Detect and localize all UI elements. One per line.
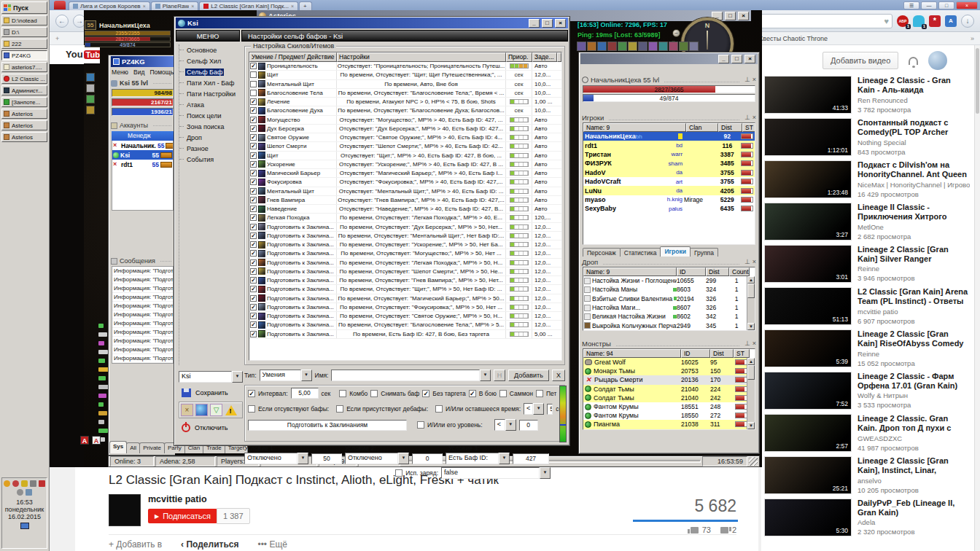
close-button[interactable]: × — [956, 1, 978, 9]
table-row[interactable]: ✓Шепот СмертиОтсувствует: "Шепот Смерти;… — [249, 142, 561, 151]
shield-icon[interactable]: × — [181, 404, 193, 416]
name-select[interactable]: ▼ — [331, 370, 491, 381]
ksi-menu-item[interactable]: Сельф Хил — [179, 55, 241, 66]
row-checkbox[interactable]: ✓ — [250, 331, 257, 337]
row-checkbox[interactable]: ✓ — [250, 152, 257, 159]
column-header[interactable]: Dist — [718, 123, 742, 132]
drop-row[interactable]: Настойка Маны86033241 — [583, 285, 755, 294]
table-row[interactable]: ✓Подготовить к Заклина...По времени, Отс… — [249, 321, 561, 329]
taskbar-item[interactable]: [Занпоте... — [1, 97, 47, 107]
related-video[interactable]: 3:01Lineage 2 Classic [Gran Kain] Silver… — [764, 245, 970, 283]
player-row[interactable]: ФИЗРУКsham3485 — [583, 159, 755, 168]
related-video[interactable]: 25:21Lineage 2 Classic [Gran Kain], Inst… — [764, 456, 970, 494]
table-row[interactable]: ✓Подготовить к Заклина...По времени, Отс… — [249, 294, 561, 303]
table-row[interactable]: ✓Подготовить к Заклина...По времени, Отс… — [249, 267, 561, 276]
level-field[interactable]: 0 — [519, 420, 538, 431]
monsters-header[interactable]: Монстры ⊥ × — [580, 338, 758, 348]
message-row[interactable]: Информация: "Подгот — [112, 319, 173, 328]
ksi-titlebar[interactable]: Ksi _ □ × — [176, 17, 568, 28]
ksi-menu-item[interactable]: Атака — [179, 99, 241, 110]
level-op[interactable]: <▼ — [494, 419, 516, 431]
monsters-scrollbar[interactable]: ▲▼ — [747, 358, 755, 429]
monster-row[interactable]: ✕Рыцарь Смерти20136170 — [583, 375, 755, 384]
info-tab[interactable]: Статистика — [620, 248, 661, 257]
column-header[interactable]: Name: 9 — [583, 123, 686, 132]
notifications-bell-icon[interactable] — [909, 57, 918, 65]
desktop-icon[interactable] — [20, 523, 29, 529]
add-to-button[interactable]: + Добавить в — [109, 539, 162, 550]
row-checkbox[interactable]: ✓ — [250, 241, 257, 248]
download-icon[interactable]: ↓ — [961, 15, 974, 28]
taskbar-item[interactable]: Asterios — [1, 132, 47, 142]
tray-icon[interactable] — [21, 480, 28, 487]
tray-icon[interactable] — [39, 480, 45, 487]
bookmarks-overflow-icon[interactable]: » — [971, 35, 974, 42]
message-row[interactable]: Информация: "Подгот — [112, 293, 173, 302]
back-icon[interactable]: ← — [55, 15, 69, 28]
priority-gradient[interactable] — [559, 386, 567, 442]
ksi-menu-item[interactable]: События — [179, 154, 241, 165]
column-header[interactable]: Dist — [710, 349, 734, 358]
column-header[interactable]: ID — [681, 349, 710, 358]
message-row[interactable]: Информация: "Подгот — [112, 328, 173, 337]
maximize-button[interactable]: □ — [542, 19, 553, 28]
message-row[interactable]: Информация: "Подгот — [112, 267, 173, 276]
ksi-menu-item[interactable]: Зона поиска — [179, 121, 241, 132]
table-row[interactable]: ЩитПо времени, Отсувствует: "Щит; Щит Пу… — [249, 71, 561, 79]
cond3-select[interactable]: Есть Баф ID:▼ — [446, 453, 510, 464]
skill-name-field[interactable]: Подготовить к Заклинаниям — [248, 420, 407, 431]
video-title[interactable]: Lineage 2 Classic - Фарм Орфена 17.01 (G… — [858, 372, 970, 390]
info-tab[interactable]: Персонаж — [583, 248, 621, 257]
row-checkbox[interactable] — [250, 90, 257, 96]
pin-icon[interactable]: ⊥ — [744, 258, 750, 265]
related-video[interactable]: 51:13L2 Classic [Gran Kain] Arena Team (… — [764, 287, 970, 325]
drop-row[interactable]: Настойка Жизни - Поглощение106552991 — [583, 276, 755, 285]
account-row[interactable]: ×Начальник.55 — [112, 141, 173, 150]
remaining-field[interactable]: 5 — [547, 404, 553, 415]
row-checkbox[interactable]: ✓ — [250, 268, 257, 275]
potion-icon[interactable]: ▽ — [210, 404, 222, 416]
table-row[interactable]: Благословение ТелаПо времени, Отсувствуе… — [249, 89, 561, 98]
cond1-field[interactable]: 50 — [311, 453, 342, 464]
maximize-button[interactable]: □ — [725, 12, 736, 20]
compass-minus-icon[interactable]: − — [672, 29, 680, 37]
row-checkbox[interactable] — [250, 81, 257, 87]
table-row[interactable]: ✓Подготовить к Заклина...По времени, Отс… — [249, 276, 561, 285]
interval-field[interactable]: 5,00 — [291, 388, 319, 399]
row-checkbox[interactable]: ✓ — [250, 143, 257, 149]
column-header[interactable]: Настройки — [337, 52, 506, 62]
related-video[interactable]: 3:27Lineage II Classic - Приключения Хит… — [764, 203, 970, 241]
video-title[interactable]: DailyPvP_Feb (Lineage II, Gran Kain) — [858, 499, 970, 517]
table-row[interactable]: ✓Магический БарьерОтсувствует: "Магическ… — [249, 169, 561, 178]
row-checkbox[interactable]: ✓ — [250, 63, 257, 69]
ksi-menu-item[interactable]: Поиск цели — [179, 110, 241, 121]
table-row[interactable]: ✓ЩитОтсувствует: "Щит;", MP% > 40, Есть … — [249, 152, 561, 160]
incombat-checkbox[interactable]: ✓ — [469, 390, 476, 397]
row-checkbox[interactable]: ✓ — [250, 232, 257, 239]
target-header[interactable]: НачальникЦеха 55 lvl ⊥ × — [580, 74, 758, 85]
column-header[interactable]: Умение / Предмет/ Действие — [249, 52, 337, 62]
tab-close-icon[interactable]: × — [291, 4, 294, 9]
taskbar-item[interactable]: asterios7.... — [1, 62, 47, 72]
table-row[interactable]: ✓Дух БерсеркаОтсувствует: "Дух Берсерка;… — [249, 125, 561, 133]
bookmark-item[interactable]: liКвесты Chaotic Throne — [750, 35, 828, 42]
ksi-menu-item[interactable]: Основное — [179, 44, 241, 55]
accounts-column-header[interactable]: Менедж — [112, 131, 174, 141]
row-checkbox[interactable]: ✓ — [250, 98, 257, 105]
tab-close-icon[interactable]: × — [191, 4, 194, 9]
row-checkbox[interactable]: ✓ — [250, 125, 257, 132]
ksi-menu-item[interactable]: Пати Хил - Баф — [179, 77, 241, 88]
extension-icon[interactable]: * — [929, 15, 941, 27]
dislike-icon[interactable] — [720, 527, 728, 534]
monster-row[interactable]: Солдат Тьмы21040242 — [583, 394, 755, 402]
cond2-select[interactable]: Отключено▼ — [345, 453, 409, 464]
taskbar-item[interactable]: Asterios — [1, 120, 47, 130]
table-row[interactable]: ✓УскорениеОтсувствует: "Ускорение;", MP%… — [249, 160, 561, 169]
pin-icon[interactable]: ⊥ — [744, 340, 750, 347]
maximize-button[interactable]: □ — [938, 1, 954, 9]
message-row[interactable]: Информация: "Подгот — [112, 302, 173, 310]
tab-close-icon[interactable]: × — [143, 4, 146, 9]
pin-icon[interactable]: ⊥ — [744, 114, 750, 121]
minimize-button[interactable]: _ — [718, 55, 729, 63]
close-button[interactable]: × — [744, 55, 755, 63]
